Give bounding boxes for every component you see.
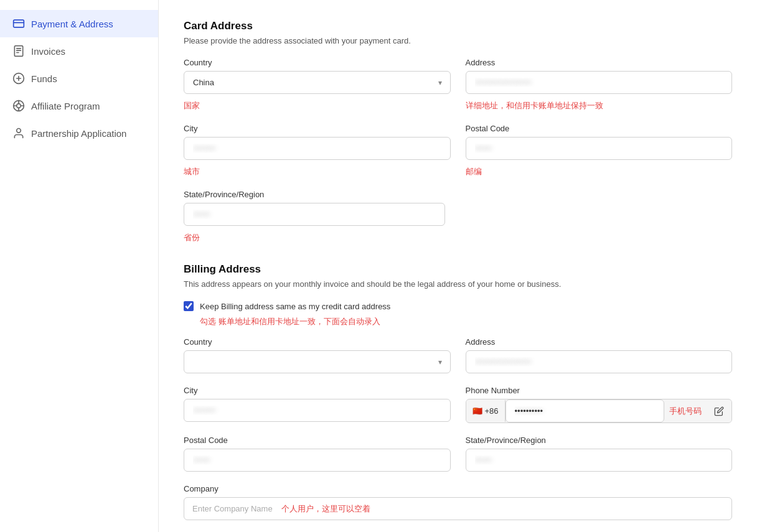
sidebar-item-payment[interactable]: Payment & Address xyxy=(0,10,158,37)
sidebar-label-invoices: Invoices xyxy=(31,46,65,57)
sidebar-label-partnership: Partnership Application xyxy=(31,128,126,139)
billing-address-input[interactable] xyxy=(466,350,733,373)
billing-company-group: Company Enter Company Name 个人用户，这里可以空着 xyxy=(184,484,732,520)
card-state-label: State/Province/Region xyxy=(184,190,445,199)
billing-state-input[interactable] xyxy=(466,449,733,472)
card-postal-group: Postal Code 邮编 xyxy=(466,124,733,177)
card-city-input[interactable] xyxy=(184,137,451,160)
billing-desc: This address appears on your monthly inv… xyxy=(184,279,732,289)
billing-city-input[interactable] xyxy=(184,399,451,422)
billing-phone-label: Phone Number xyxy=(466,386,733,395)
svg-point-15 xyxy=(17,129,21,133)
billing-city-phone-row: City Phone Number 🇨🇳 +86 手机号码 xyxy=(184,386,732,423)
card-country-label: Country xyxy=(184,58,451,67)
card-postal-annotation: 邮编 xyxy=(466,166,733,177)
card-state-row: State/Province/Region 省份 xyxy=(184,190,732,243)
billing-postal-input[interactable] xyxy=(184,449,451,472)
billing-state-group: State/Province/Region xyxy=(466,436,733,472)
billing-city-label: City xyxy=(184,386,451,395)
card-city-label: City xyxy=(184,124,451,133)
billing-postal-state-row: Postal Code State/Province/Region xyxy=(184,436,732,472)
partnership-icon xyxy=(12,127,25,139)
card-country-annotation: 国家 xyxy=(184,100,451,111)
phone-flag: 🇨🇳 +86 xyxy=(466,400,505,422)
edit-icon xyxy=(714,406,724,416)
sidebar-label-funds: Funds xyxy=(31,73,57,84)
card-icon xyxy=(12,17,25,30)
funds-icon xyxy=(12,72,25,85)
billing-same-checkbox[interactable] xyxy=(184,301,194,311)
card-city-group: City 城市 xyxy=(184,124,451,177)
billing-city-group: City xyxy=(184,386,451,423)
billing-country-select-wrapper: China United States xyxy=(184,350,451,373)
billing-title: Billing Address xyxy=(184,263,732,276)
billing-postal-label: Postal Code xyxy=(184,436,451,445)
company-input-wrapper: Enter Company Name 个人用户，这里可以空着 xyxy=(184,497,732,520)
card-postal-label: Postal Code xyxy=(466,124,733,133)
phone-edit-button[interactable] xyxy=(707,400,731,422)
sidebar-item-funds[interactable]: Funds xyxy=(0,65,158,92)
billing-company-input[interactable] xyxy=(184,497,732,520)
card-address-title: Card Address xyxy=(184,20,732,32)
card-city-postal-row: City 城市 Postal Code 邮编 xyxy=(184,124,732,177)
billing-company-label: Company xyxy=(184,484,732,493)
phone-code: +86 xyxy=(485,406,499,416)
billing-country-address-row: Country China United States Address xyxy=(184,337,732,373)
sidebar-item-affiliate[interactable]: Affiliate Program xyxy=(0,92,158,119)
card-state-input[interactable] xyxy=(184,203,445,226)
card-state-annotation: 省份 xyxy=(184,232,445,243)
billing-phone-field: 🇨🇳 +86 手机号码 xyxy=(466,399,733,423)
billing-country-select[interactable]: China United States xyxy=(184,350,451,373)
sidebar-label-affiliate: Affiliate Program xyxy=(31,101,100,111)
card-address-annotation: 详细地址，和信用卡账单地址保持一致 xyxy=(466,100,733,111)
card-address-group: Address 详细地址，和信用卡账单地址保持一致 xyxy=(466,58,733,111)
card-address-desc: Please provide the address associated wi… xyxy=(184,36,732,45)
billing-address-label: Address xyxy=(466,337,733,347)
billing-country-label: Country xyxy=(184,337,451,347)
billing-address-section: Billing Address This address appears on … xyxy=(184,263,732,520)
svg-point-10 xyxy=(17,104,21,108)
billing-checkbox-row: Keep Billing address same as my credit c… xyxy=(184,301,732,311)
card-state-group: State/Province/Region 省份 xyxy=(184,190,445,243)
sidebar-label-payment: Payment & Address xyxy=(31,19,113,29)
billing-checkbox-annotation: 勾选 账单地址和信用卡地址一致，下面会自动录入 xyxy=(200,317,380,326)
billing-company-row: Company Enter Company Name 个人用户，这里可以空着 xyxy=(184,484,732,520)
card-address-label: Address xyxy=(466,58,733,67)
card-country-group: Country China United States United Kingd… xyxy=(184,58,451,111)
phone-annotation: 手机号码 xyxy=(664,406,707,417)
billing-postal-group: Postal Code xyxy=(184,436,451,472)
billing-address-group: Address xyxy=(466,337,733,373)
card-address-section: Card Address Please provide the address … xyxy=(184,20,732,243)
billing-state-label: State/Province/Region xyxy=(466,436,733,445)
card-country-address-row: Country China United States United Kingd… xyxy=(184,58,732,111)
flag-emoji: 🇨🇳 xyxy=(473,406,482,416)
billing-checkbox-label[interactable]: Keep Billing address same as my credit c… xyxy=(200,302,390,311)
billing-phone-input[interactable] xyxy=(505,399,664,422)
main-content: Card Address Please provide the address … xyxy=(159,0,757,532)
card-city-annotation: 城市 xyxy=(184,166,451,177)
sidebar-item-partnership[interactable]: Partnership Application xyxy=(0,119,158,147)
card-country-select-wrapper: China United States United Kingdom xyxy=(184,71,451,94)
affiliate-icon xyxy=(12,100,25,112)
svg-rect-0 xyxy=(14,20,24,27)
billing-phone-group: Phone Number 🇨🇳 +86 手机号码 xyxy=(466,386,733,423)
sidebar-item-invoices[interactable]: Invoices xyxy=(0,37,158,65)
card-postal-input[interactable] xyxy=(466,137,733,160)
card-address-input[interactable] xyxy=(466,71,733,94)
card-country-select[interactable]: China United States United Kingdom xyxy=(184,71,451,94)
billing-country-group: Country China United States xyxy=(184,337,451,373)
invoice-icon xyxy=(12,45,25,57)
sidebar: Payment & Address Invoices xyxy=(0,0,159,532)
